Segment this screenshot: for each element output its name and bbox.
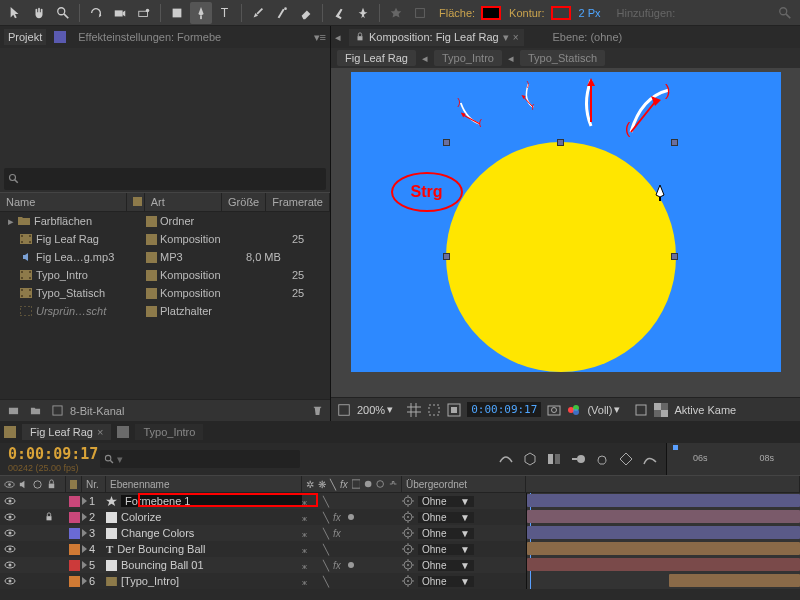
- ray-path-4[interactable]: (): [621, 82, 676, 137]
- timeline-tab-inactive[interactable]: Typo_Intro: [135, 424, 203, 440]
- svg-rect-26: [21, 289, 23, 291]
- guides-icon[interactable]: [427, 402, 441, 418]
- svg-rect-55: [636, 405, 646, 415]
- ctrl-annotation: Strg: [391, 172, 463, 212]
- auto-keyframe-icon[interactable]: [616, 450, 636, 468]
- project-item-list[interactable]: ▸FarbflächenOrdnerFig Leaf RagKompositio…: [0, 212, 330, 399]
- parent-header[interactable]: Übergeordnet: [402, 476, 526, 492]
- ray-path-2[interactable]: )(: [511, 80, 551, 110]
- timeline-search[interactable]: ▾: [100, 450, 300, 468]
- svg-point-94: [348, 562, 354, 568]
- zoom-tool[interactable]: [52, 2, 74, 24]
- composition-tab[interactable]: Komposition: Fig Leaf Rag ▾ ×: [349, 29, 524, 46]
- sun-shape[interactable]: [446, 142, 676, 372]
- project-item[interactable]: Typo_StatischKomposition25: [0, 284, 330, 302]
- close-icon[interactable]: ×: [97, 426, 103, 438]
- text-tool[interactable]: T: [214, 2, 236, 24]
- pen-tool[interactable]: [190, 2, 212, 24]
- zoom-dropdown[interactable]: 200% ▾: [357, 403, 393, 416]
- project-search[interactable]: [4, 168, 326, 190]
- col-name-header[interactable]: Name: [0, 193, 127, 211]
- favorite-icon[interactable]: [385, 2, 407, 24]
- snap-icon[interactable]: [409, 2, 431, 24]
- hand-tool[interactable]: [28, 2, 50, 24]
- interpret-footage-icon[interactable]: [4, 403, 22, 419]
- project-item[interactable]: Ursprün…schtPlatzhalter: [0, 302, 330, 320]
- ray-path-1[interactable]: )(: [451, 97, 491, 127]
- crumb-2[interactable]: Typo_Statisch: [520, 50, 605, 66]
- layer-row[interactable]: 5Bouncing Ball 01⁎╲fxOhne ▼: [0, 557, 800, 573]
- stroke-swatch[interactable]: [551, 6, 571, 20]
- current-time[interactable]: 0:00:09:17: [467, 402, 541, 417]
- mask-icon[interactable]: [447, 402, 461, 418]
- layername-header[interactable]: Ebenenname: [106, 476, 302, 492]
- active-camera-label[interactable]: Aktive Kame: [674, 404, 736, 416]
- col-framerate-header[interactable]: Framerate: [266, 193, 330, 211]
- channel-icon[interactable]: [567, 402, 581, 418]
- project-tab[interactable]: Projekt: [4, 29, 46, 45]
- camera-tool[interactable]: [109, 2, 131, 24]
- fill-swatch[interactable]: [481, 6, 501, 20]
- svg-rect-60: [117, 426, 129, 438]
- new-comp-icon[interactable]: [48, 403, 66, 419]
- layer-row[interactable]: 6[Typo_Intro]⁎╲Ohne ▼: [0, 573, 800, 589]
- panel-menu-icon[interactable]: ▾≡: [314, 31, 326, 44]
- grid-icon[interactable]: [407, 402, 421, 418]
- layer-list[interactable]: 1Formebene 1⁎╲Ohne ▼2Colorize⁎╲fxOhne ▼3…: [0, 493, 800, 600]
- eraser-tool[interactable]: [295, 2, 317, 24]
- crumb-0[interactable]: Fig Leaf Rag: [337, 50, 416, 66]
- magnify-icon[interactable]: [337, 402, 351, 418]
- graph-editor-icon[interactable]: [640, 450, 660, 468]
- transparency-grid-icon[interactable]: [654, 402, 668, 418]
- switches-header: ✲❋╲fx: [302, 476, 402, 492]
- frame-blend-icon[interactable]: [544, 450, 564, 468]
- clone-tool[interactable]: [271, 2, 293, 24]
- brainstorm-icon[interactable]: [592, 450, 612, 468]
- eye-icon: [4, 479, 15, 490]
- composition-canvas[interactable]: )( )( () Strg: [351, 72, 781, 372]
- motion-blur-icon[interactable]: [568, 450, 588, 468]
- layer-row[interactable]: 4TDer Bouncing Ball⁎╲Ohne ▼: [0, 541, 800, 557]
- selection-tool[interactable]: [4, 2, 26, 24]
- layer-row[interactable]: 3Change Colors⁎╲fxOhne ▼: [0, 525, 800, 541]
- nr-header[interactable]: Nr.: [82, 476, 106, 492]
- svg-point-51: [552, 407, 557, 412]
- col-size-header[interactable]: Größe: [222, 193, 266, 211]
- layer-row[interactable]: 2Colorize⁎╲fxOhne ▼: [0, 509, 800, 525]
- pin-tool[interactable]: [352, 2, 374, 24]
- stroke-width-value[interactable]: 2 Px: [579, 7, 601, 19]
- rotation-tool[interactable]: [85, 2, 107, 24]
- rotobrush-tool[interactable]: [328, 2, 350, 24]
- bpc-toggle[interactable]: 8-Bit-Kanal: [70, 405, 124, 417]
- effects-tab[interactable]: Effekteinstellungen: Formebe: [74, 29, 225, 45]
- timeline-tab-active[interactable]: Fig Leaf Rag×: [22, 424, 111, 440]
- composition-viewer[interactable]: )( )( () Strg: [331, 68, 800, 397]
- layer-row[interactable]: 1Formebene 1⁎╲Ohne ▼: [0, 493, 800, 509]
- col-label-header[interactable]: [127, 193, 145, 211]
- track-header: [526, 476, 800, 492]
- shy-toggle-icon[interactable]: [496, 450, 516, 468]
- ray-path-3[interactable]: [576, 74, 606, 129]
- project-item[interactable]: Fig Lea…g.mp3MP38,0 MB: [0, 248, 330, 266]
- project-item[interactable]: ▸FarbflächenOrdner: [0, 212, 330, 230]
- crumb-1[interactable]: Typo_Intro: [434, 50, 502, 66]
- col-type-header[interactable]: Art: [145, 193, 222, 211]
- svg-line-14: [15, 180, 18, 183]
- search-icon[interactable]: [774, 2, 796, 24]
- close-tab-icon[interactable]: ×: [513, 32, 519, 43]
- brush-tool[interactable]: [247, 2, 269, 24]
- roi-icon[interactable]: [634, 402, 648, 418]
- trash-icon[interactable]: [308, 403, 326, 419]
- pan-behind-tool[interactable]: [133, 2, 155, 24]
- layer-tab[interactable]: Ebene: (ohne): [552, 31, 622, 43]
- snapshot-icon[interactable]: [547, 402, 561, 418]
- project-item[interactable]: Fig Leaf RagKomposition25: [0, 230, 330, 248]
- timeline-timecode[interactable]: 0:00:09:17 00242 (25.00 fps): [0, 443, 100, 475]
- draft3d-icon[interactable]: [520, 450, 540, 468]
- time-ruler[interactable]: 06s08s: [666, 443, 800, 475]
- project-item[interactable]: Typo_IntroKomposition25: [0, 266, 330, 284]
- new-folder-icon[interactable]: [26, 403, 44, 419]
- svg-rect-24: [29, 277, 31, 279]
- resolution-dropdown[interactable]: (Voll) ▾: [587, 403, 620, 416]
- shape-tool[interactable]: [166, 2, 188, 24]
